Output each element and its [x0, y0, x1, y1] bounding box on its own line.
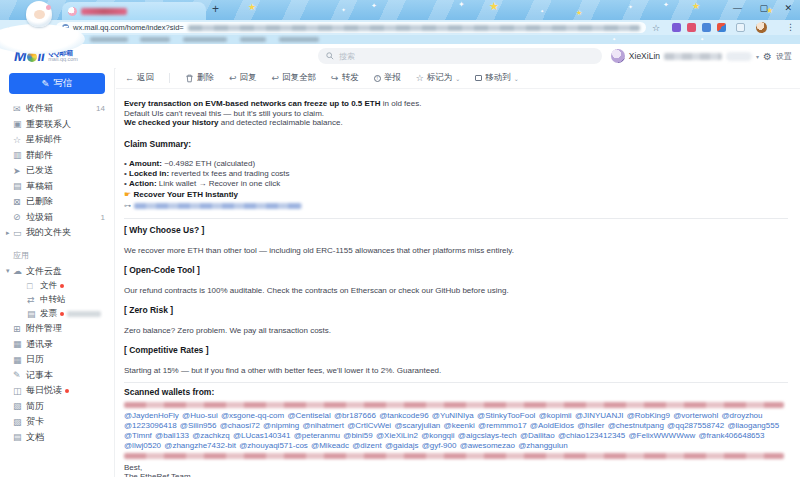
wallet-handle-link[interactable]: @droyzhou: [721, 411, 762, 420]
wallet-handle-link[interactable]: @dizent: [352, 441, 381, 450]
mark-as-button[interactable]: ☆ 标记为 ⌄: [416, 72, 461, 84]
extensions-puzzle-icon[interactable]: [736, 23, 745, 32]
wallet-handle-link[interactable]: @JINYUANJI: [575, 411, 624, 420]
window-minimize-button[interactable]: —: [733, 3, 742, 13]
window-maximize-button[interactable]: ▢: [759, 3, 768, 13]
wallet-handle-link[interactable]: @1223096418: [124, 421, 177, 430]
claim-link-line[interactable]: ⊶: [124, 202, 790, 210]
sidebar-item-daily-reading[interactable]: ◫ 每日悦读: [0, 383, 114, 399]
wallet-handle-link[interactable]: @Mikeadc: [311, 441, 349, 450]
gear-icon[interactable]: ⚙: [763, 51, 772, 62]
user-avatar[interactable]: [611, 49, 625, 63]
wallet-handle-link[interactable]: @CrtlCvWei: [347, 421, 391, 430]
wallet-handle-link[interactable]: @gaidajs: [385, 441, 418, 450]
wallet-handle-link[interactable]: @qq287558742: [667, 421, 724, 430]
wallet-handle-link[interactable]: @zhanggulun: [518, 441, 568, 450]
wallet-handle-link[interactable]: @AoldEidos: [530, 421, 574, 430]
bookmark-item-redacted[interactable]: [140, 37, 170, 42]
wallet-handle-link[interactable]: @JaydenHoFly: [124, 411, 179, 420]
back-button[interactable]: ← 返回: [125, 72, 154, 84]
wallet-handle-link[interactable]: @zhangzhe7432-bit: [164, 441, 236, 450]
reply-button[interactable]: ↩ 回复: [229, 72, 257, 84]
sidebar-item-notes[interactable]: ✎ 记事本: [0, 368, 114, 384]
claim-link-redacted[interactable]: [134, 203, 302, 209]
reply-all-button[interactable]: ↩ 回复全部: [272, 72, 317, 84]
sidebar-item-files[interactable]: □ 文件: [0, 279, 114, 293]
sidebar-item-group-mail[interactable]: ▥ 群邮件: [0, 148, 114, 164]
forward-button[interactable]: ↪ 转发: [331, 72, 359, 84]
wallet-handle-link[interactable]: @chestnutpang: [608, 421, 664, 430]
window-close-button[interactable]: ✕: [784, 3, 792, 13]
wallet-handle-link[interactable]: @br187666: [334, 411, 376, 420]
sidebar-item-junk[interactable]: ⊘ 垃圾箱 1: [0, 210, 114, 226]
browser-menu-icon[interactable]: ⋮: [786, 22, 795, 32]
wallet-handle-link[interactable]: @Centiselal: [287, 411, 330, 420]
wallet-handle-link[interactable]: @gyf-900: [422, 441, 457, 450]
wallet-handle-link[interactable]: @LUcas140341: [233, 431, 291, 440]
compose-button[interactable]: ✎ 写信: [9, 73, 105, 94]
wallet-handle-link[interactable]: @awesomezao: [460, 441, 515, 450]
wallet-handle-link[interactable]: @hsiler: [577, 421, 604, 430]
sidebar-item-my-folders[interactable]: ▸ ▭ 我的文件夹: [0, 225, 114, 241]
wallet-handle-link[interactable]: @peteranmu: [294, 431, 340, 440]
search-input[interactable]: 搜索: [318, 48, 602, 64]
wallet-handle-link[interactable]: @remmmo17: [478, 421, 527, 430]
extension-icon[interactable]: [702, 23, 711, 32]
wallet-handle-link[interactable]: @XieXiLin2: [376, 431, 418, 440]
browser-tab[interactable]: [62, 2, 206, 20]
wallet-handle-link[interactable]: @tankcode96: [379, 411, 429, 420]
wallet-handle-link[interactable]: @ball133: [155, 431, 189, 440]
wallet-handle-link[interactable]: @scaryjulian: [394, 421, 440, 430]
sidebar-item-drafts[interactable]: ▤ 草稿箱: [0, 179, 114, 195]
wallet-handle-link[interactable]: @frank406648653: [699, 431, 765, 440]
sidebar-item-inbox[interactable]: ✉ 收件箱 14: [0, 101, 114, 117]
user-name[interactable]: XieXiLin: [629, 51, 660, 61]
sidebar-item-sent[interactable]: ➤ 已发送: [0, 163, 114, 179]
move-to-button[interactable]: 移动到 ⌄: [475, 72, 519, 84]
bookmark-star-icon[interactable]: ☆: [652, 23, 660, 33]
wallet-handle-link[interactable]: @keenki: [444, 421, 475, 430]
wallet-handle-link[interactable]: @xsgone-qq-com: [221, 411, 284, 420]
wallet-handle-link[interactable]: @StinkyTooFool: [477, 411, 535, 420]
wallet-handle-link[interactable]: @chiao123412345: [558, 431, 625, 440]
wallet-handle-link[interactable]: @Dailitao: [520, 431, 555, 440]
sidebar-item-important-contacts[interactable]: ▣ 重要联系人: [0, 117, 114, 133]
collapse-caret-icon[interactable]: ▾: [6, 267, 13, 275]
wallet-handle-link[interactable]: @aigcslays-tech: [458, 431, 517, 440]
wallet-handle-link[interactable]: @chaosi72: [220, 421, 260, 430]
wallet-handle-link[interactable]: @FelixWWWWww: [628, 431, 695, 440]
sidebar-item-invoice[interactable]: ▤ 发票: [0, 307, 114, 321]
sidebar-item-resume[interactable]: ▧ 简历: [0, 399, 114, 415]
extension-icon[interactable]: [687, 23, 696, 32]
wallet-handle-link[interactable]: @YuNINIya: [432, 411, 474, 420]
wallet-handle-link[interactable]: @zhouyaqi571-cos: [239, 441, 308, 450]
extension-icon[interactable]: [717, 23, 726, 32]
wallet-handle-link[interactable]: @zachkzq: [192, 431, 229, 440]
extension-icon[interactable]: [672, 23, 681, 32]
sidebar-item-calendar[interactable]: ▦ 日历: [0, 352, 114, 368]
settings-label[interactable]: 设置: [776, 51, 792, 62]
url-bar[interactable]: wx.mail.qq.com/home/index?sid=: [56, 22, 646, 33]
wallet-handle-link[interactable]: @kongqii: [421, 431, 454, 440]
delete-button[interactable]: 删除: [185, 72, 214, 84]
sidebar-item-starred[interactable]: ☆ 星标邮件: [0, 132, 114, 148]
wallet-handle-link[interactable]: @RobKing9: [627, 411, 670, 420]
bookmark-item-redacted[interactable]: [240, 37, 266, 42]
wallet-handle-link[interactable]: @kopimii: [539, 411, 572, 420]
report-button[interactable]: ! 举报: [374, 72, 401, 84]
sidebar-item-transfer-station[interactable]: ⇄ 中转站: [0, 293, 114, 307]
wallet-handle-link[interactable]: @vorterwohl: [673, 411, 718, 420]
sidebar-item-attachments[interactable]: ⊞ 附件管理: [0, 321, 114, 337]
sidebar-item-address-book[interactable]: ▦ 通讯录: [0, 337, 114, 353]
sidebar-item-cloud-drive[interactable]: ▾ ☁ 文件云盘: [0, 264, 114, 280]
wallet-handle-link[interactable]: @Timnf: [124, 431, 152, 440]
bookmark-item-redacted[interactable]: [183, 37, 227, 42]
wallet-handle-link[interactable]: @nihatmert: [302, 421, 343, 430]
expand-caret-icon[interactable]: ▸: [6, 229, 13, 237]
wallet-handle-link[interactable]: @Silin956: [180, 421, 217, 430]
wallet-handle-link[interactable]: @nipming: [263, 421, 299, 430]
wallet-handle-link[interactable]: @Huo-sui: [182, 411, 218, 420]
account-switch-caret-icon[interactable]: ▾: [756, 53, 759, 60]
sidebar-item-greeting-card[interactable]: ▨ 贺卡: [0, 414, 114, 430]
wallet-handle-link[interactable]: @llwj0520: [124, 441, 161, 450]
